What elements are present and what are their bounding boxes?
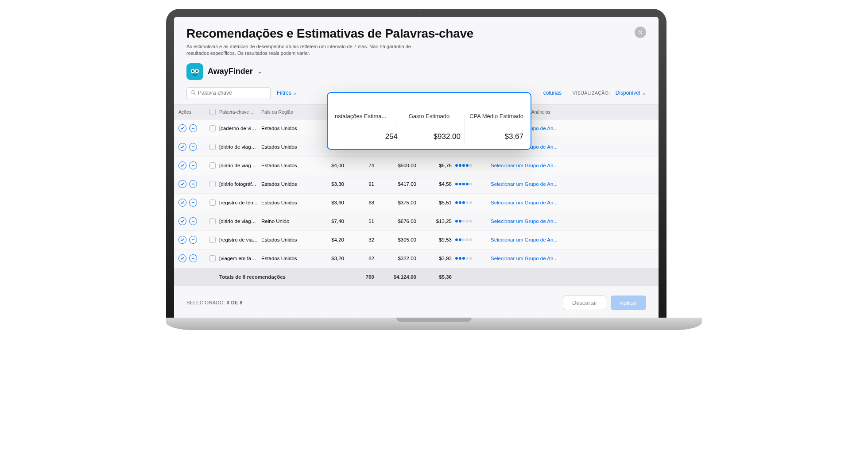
cell-group-link[interactable]: Selecionar um Grupo de An... — [489, 256, 564, 261]
cell-cpa: $9,53 — [418, 237, 453, 242]
svg-point-5 — [191, 90, 195, 94]
accept-button[interactable] — [178, 180, 186, 188]
cell-group-link[interactable]: Selecionar um Grupo de An... — [489, 237, 564, 242]
app-icon — [186, 63, 203, 80]
cell-group-link[interactable]: Selecionar um Grupo de An... — [489, 219, 564, 224]
cell-installs: 74 — [346, 163, 376, 168]
divider — [567, 90, 567, 96]
cell-popularity — [453, 183, 489, 185]
visualization-dropdown[interactable]: Disponível ⌄ — [616, 90, 646, 96]
th-region[interactable]: País ou Região — [260, 109, 308, 115]
cell-keyword: [diário de viagem] — [217, 219, 260, 224]
cell-bid-sug: $7,40 — [308, 219, 346, 224]
table-row: [diário de viagem]Reino Unido$7,4051$676… — [174, 212, 659, 231]
table-row: [diário de viagem]Estados Unidos$4,0074$… — [174, 157, 659, 175]
cell-installs: 51 — [346, 219, 376, 224]
row-checkbox[interactable] — [209, 125, 216, 131]
columns-link[interactable]: colunas — [543, 90, 562, 96]
accept-button[interactable] — [178, 161, 186, 169]
reject-button[interactable] — [189, 143, 197, 151]
close-button[interactable] — [635, 27, 646, 38]
search-input[interactable] — [198, 90, 267, 96]
row-checkbox[interactable] — [209, 200, 216, 206]
popularity-dot — [459, 220, 461, 223]
cell-bid-sug: $4,00 — [308, 163, 346, 168]
popularity-dot — [459, 238, 461, 241]
row-checkbox[interactable] — [209, 144, 216, 150]
cell-bid-sug: $4,20 — [308, 237, 346, 242]
popup-val-spend: $932.00 — [398, 132, 461, 141]
accept-button[interactable] — [178, 254, 186, 262]
table-row: [registro de viag...Estados Unidos$4,203… — [174, 231, 659, 250]
cell-group-link[interactable]: Selecionar um Grupo de An... — [489, 163, 564, 168]
accept-button[interactable] — [178, 143, 186, 151]
cell-cpa: $6,76 — [418, 163, 453, 168]
popularity-dot — [469, 220, 472, 223]
cell-region: Estados Unidos — [260, 144, 308, 150]
cell-installs: 91 — [346, 181, 376, 187]
popularity-dot — [466, 164, 469, 167]
popularity-dot — [469, 183, 472, 185]
search-icon — [190, 90, 196, 96]
popularity-dot — [462, 201, 465, 204]
reject-button[interactable] — [189, 236, 197, 244]
cell-group-link[interactable]: Selecionar um Grupo de An... — [489, 200, 564, 205]
estimate-popup: nstalações Estima... Gasto Estimado CPA … — [327, 92, 531, 150]
reject-button[interactable] — [189, 124, 197, 132]
cell-spend: $375.00 — [376, 200, 418, 205]
filters-link[interactable]: Filtros ⌄ — [277, 90, 297, 96]
cell-group-link[interactable]: Selecionar um Grupo de An... — [489, 181, 564, 187]
svg-line-6 — [194, 93, 195, 95]
accept-button[interactable] — [178, 236, 186, 244]
selected-label: SELECIONADO: — [186, 300, 225, 305]
row-checkbox[interactable] — [209, 162, 216, 169]
cell-region: Reino Unido — [260, 219, 308, 224]
laptop-notch — [396, 318, 472, 322]
th-actions: Ações — [177, 109, 208, 115]
cell-installs: 82 — [346, 256, 376, 261]
reject-button[interactable] — [189, 161, 197, 169]
search-input-wrap[interactable] — [186, 87, 271, 99]
cell-spend: $417.00 — [376, 181, 418, 187]
th-keyword[interactable]: Palavra-chave Rec... — [217, 109, 260, 115]
accept-button[interactable] — [178, 124, 186, 132]
table-row: [viagem em famíl...Estados Unidos$3,2082… — [174, 250, 659, 268]
cell-keyword: [diário fotográf... — [217, 181, 260, 187]
row-checkbox[interactable] — [209, 255, 216, 261]
totals-label: Totais de 8 recomendações — [217, 274, 308, 280]
reject-button[interactable] — [189, 217, 197, 225]
row-checkbox[interactable] — [209, 218, 216, 224]
reject-button[interactable] — [189, 180, 197, 188]
popularity-dot — [459, 257, 461, 260]
popup-col1-label: nstalações Estima... — [335, 113, 398, 119]
row-checkbox[interactable] — [209, 181, 216, 187]
popularity-dot — [459, 183, 461, 185]
app-selector[interactable]: AwayFinder ⌄ — [186, 63, 646, 80]
row-checkbox[interactable] — [209, 237, 216, 243]
accept-button[interactable] — [178, 199, 186, 207]
popularity-dot — [455, 238, 458, 241]
popularity-dot — [455, 220, 458, 223]
accept-button[interactable] — [178, 217, 186, 225]
reject-button[interactable] — [189, 254, 197, 262]
visualization-label: VISUALIZAÇÃO: — [573, 90, 610, 96]
cell-region: Estados Unidos — [260, 200, 308, 205]
popularity-dot — [462, 220, 465, 223]
checkbox-all[interactable] — [209, 109, 216, 115]
filters-label: Filtros — [277, 90, 291, 96]
apply-button[interactable]: Aplicar — [611, 296, 646, 310]
cell-spend: $305.00 — [376, 237, 418, 242]
cell-bid-sug: $3,30 — [308, 181, 346, 187]
cell-spend: $322.00 — [376, 256, 418, 261]
table-row: [diário fotográf...Estados Unidos$3,3091… — [174, 175, 659, 194]
laptop-base — [166, 318, 702, 330]
reject-button[interactable] — [189, 199, 197, 207]
discard-button[interactable]: Descartar — [563, 296, 606, 310]
popularity-dot — [462, 257, 465, 260]
cell-keyword: [registro de viag... — [217, 237, 260, 242]
cell-keyword: [caderno de viaj... — [217, 126, 260, 131]
page-title: Recomendações e Estimativas de Palavras-… — [186, 27, 473, 41]
popularity-dot — [469, 201, 472, 204]
cell-popularity — [453, 164, 489, 167]
cell-spend: $676.00 — [376, 219, 418, 224]
